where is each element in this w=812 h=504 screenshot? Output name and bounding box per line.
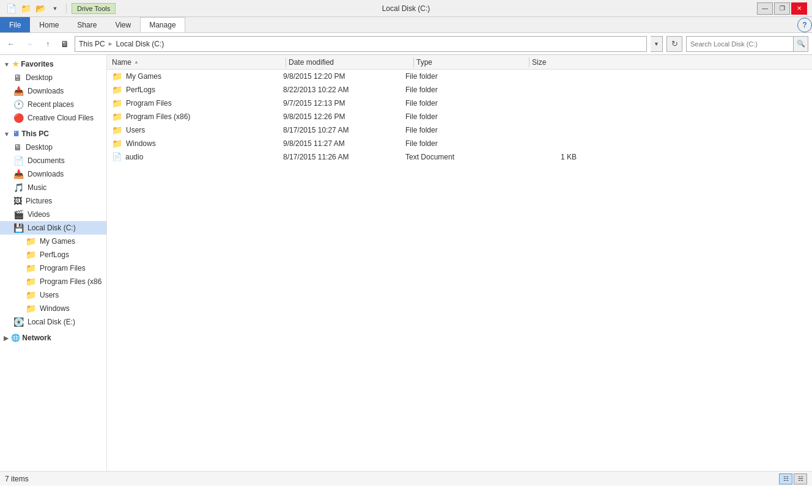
sidebar-item-desktop-pc-label: Desktop <box>26 143 53 152</box>
view-buttons: ☷ ☵ <box>779 473 807 484</box>
tab-share[interactable]: Share <box>68 17 106 32</box>
status-item-count: 7 items <box>5 475 29 483</box>
sidebar-item-creative-cloud[interactable]: 🔴 Creative Cloud Files <box>0 111 106 125</box>
address-dropdown[interactable]: ▼ <box>651 36 663 52</box>
open-folder-icon[interactable]: 📂 <box>34 2 46 15</box>
file-row[interactable]: 📄 audio 8/17/2015 11:26 AM Text Document… <box>107 150 812 164</box>
restore-button[interactable]: ❐ <box>774 2 790 15</box>
sidebar-item-recent-places-label: Recent places <box>28 100 74 109</box>
file-col-name: 📁 PerfLogs <box>112 85 283 95</box>
file-col-name: 📁 Windows <box>112 139 283 148</box>
close-button[interactable]: ✕ <box>791 2 807 15</box>
help-button[interactable]: ? <box>797 18 812 32</box>
file-name-label: audio <box>125 153 143 161</box>
sidebar-item-perflogs-label: PerfLogs <box>40 250 69 259</box>
tab-home[interactable]: Home <box>30 17 68 32</box>
network-icon: 🌐 <box>11 334 20 342</box>
downloads-pc-icon: 📥 <box>13 169 24 179</box>
search-input[interactable] <box>687 40 793 48</box>
search-button[interactable]: 🔍 <box>793 37 808 51</box>
my-games-icon: 📁 <box>26 236 36 246</box>
file-col-date: 9/8/2015 11:27 AM <box>283 139 405 148</box>
sidebar-item-local-disk-c-label: Local Disk (C:) <box>28 224 76 232</box>
favorites-expand: ▼ <box>4 61 10 68</box>
favorites-section: ▼ ★ Favorites 🖥 Desktop 📥 Downloads 🕐 Re… <box>0 57 106 125</box>
favorites-header[interactable]: ▼ ★ Favorites <box>0 57 106 71</box>
status-bar: 7 items ☷ ☵ <box>0 471 812 486</box>
sidebar-item-my-games[interactable]: 📁 My Games <box>0 235 106 248</box>
view-details-button[interactable]: ☷ <box>779 473 792 484</box>
tab-file[interactable]: File <box>0 17 30 32</box>
favorites-label: Favorites <box>21 60 53 68</box>
sidebar-item-downloads-pc[interactable]: 📥 Downloads <box>0 167 106 181</box>
sidebar-item-my-games-label: My Games <box>40 237 75 246</box>
sidebar-item-pictures[interactable]: 🖼 Pictures <box>0 194 106 208</box>
sidebar-item-music[interactable]: 🎵 Music <box>0 181 106 194</box>
tab-manage[interactable]: Manage <box>140 17 185 32</box>
new-folder-icon[interactable]: 📄 <box>5 2 17 15</box>
sidebar-item-desktop-fav[interactable]: 🖥 Desktop <box>0 71 106 84</box>
path-local-disk[interactable]: Local Disk (C:) <box>116 40 164 48</box>
folder-icon-qa[interactable]: 📁 <box>20 2 32 15</box>
creative-cloud-icon: 🔴 <box>13 113 24 123</box>
quick-access-toolbar: 📄 📁 📂 ▼ Drive Tools <box>5 2 116 15</box>
file-row[interactable]: 📁 Users 8/17/2015 10:27 AM File folder <box>107 123 812 137</box>
view-tiles-button[interactable]: ☵ <box>794 473 807 484</box>
sidebar-item-program-files-x86[interactable]: 📁 Program Files (x86 <box>0 275 106 288</box>
address-path[interactable]: This PC ► Local Disk (C:) <box>75 36 647 52</box>
file-col-name: 📁 My Games <box>112 71 283 81</box>
sidebar-item-videos-label: Videos <box>28 210 50 219</box>
path-sep-1: ► <box>108 40 114 47</box>
col-header-size[interactable]: Size <box>532 58 593 67</box>
dropdown-icon[interactable]: ▼ <box>49 2 61 15</box>
sidebar-item-downloads-fav[interactable]: 📥 Downloads <box>0 84 106 98</box>
file-col-type: File folder <box>405 99 515 108</box>
col-header-type[interactable]: Type <box>416 58 526 67</box>
sidebar-item-videos[interactable]: 🎬 Videos <box>0 208 106 221</box>
sidebar-item-desktop-fav-label: Desktop <box>26 73 53 82</box>
address-bar: ← → ↑ 🖥 This PC ► Local Disk (C:) ▼ ↻ 🔍 <box>0 33 812 55</box>
this-pc-header[interactable]: ▼ 🖥 This PC <box>0 127 106 141</box>
file-row[interactable]: 📁 Program Files 9/7/2015 12:13 PM File f… <box>107 97 812 110</box>
this-pc-label: This PC <box>21 130 49 138</box>
drive-tools-button[interactable]: Drive Tools <box>72 3 116 14</box>
path-this-pc[interactable]: This PC <box>79 40 105 48</box>
sidebar-item-documents[interactable]: 📄 Documents <box>0 154 106 167</box>
sidebar-item-local-disk-e[interactable]: 💽 Local Disk (E:) <box>0 315 106 329</box>
main-container: ▼ ★ Favorites 🖥 Desktop 📥 Downloads 🕐 Re… <box>0 55 812 471</box>
sidebar-item-pictures-label: Pictures <box>26 197 52 205</box>
sidebar-item-local-disk-c[interactable]: 💾 Local Disk (C:) <box>0 221 106 235</box>
col-header-date[interactable]: Date modified <box>289 58 411 67</box>
file-row[interactable]: 📁 Program Files (x86) 9/8/2015 12:26 PM … <box>107 110 812 123</box>
tab-view[interactable]: View <box>106 17 140 32</box>
downloads-fav-icon: 📥 <box>13 86 24 96</box>
desktop-fav-icon: 🖥 <box>13 73 22 82</box>
sidebar-item-program-files[interactable]: 📁 Program Files <box>0 261 106 275</box>
up-button[interactable]: ↑ <box>40 37 55 51</box>
forward-button[interactable]: → <box>22 37 37 51</box>
sidebar-item-users[interactable]: 📁 Users <box>0 288 106 302</box>
minimize-button[interactable]: — <box>757 2 773 15</box>
file-name-label: Users <box>126 126 145 134</box>
sidebar-item-windows[interactable]: 📁 Windows <box>0 302 106 315</box>
ribbon-tabs: File Home Share View Manage ? <box>0 17 812 33</box>
favorites-star-icon: ★ <box>12 60 19 68</box>
file-row[interactable]: 📁 Windows 9/8/2015 11:27 AM File folder <box>107 137 812 150</box>
file-col-date: 9/8/2015 12:26 PM <box>283 112 405 121</box>
file-row[interactable]: 📁 PerfLogs 8/22/2013 10:22 AM File folde… <box>107 83 812 97</box>
file-name-label: My Games <box>126 72 161 81</box>
sidebar-item-recent-places[interactable]: 🕐 Recent places <box>0 98 106 111</box>
refresh-button[interactable]: ↻ <box>666 36 682 52</box>
network-section: ▶ 🌐 Network <box>0 331 106 345</box>
file-row[interactable]: 📁 My Games 9/8/2015 12:20 PM File folder <box>107 70 812 83</box>
sidebar-item-perflogs[interactable]: 📁 PerfLogs <box>0 248 106 261</box>
music-icon: 🎵 <box>13 183 24 192</box>
col-header-name[interactable]: Name ▲ <box>112 58 283 67</box>
network-header[interactable]: ▶ 🌐 Network <box>0 331 106 345</box>
this-pc-expand: ▼ <box>4 131 10 137</box>
sidebar-item-desktop-pc[interactable]: 🖥 Desktop <box>0 141 106 154</box>
this-pc-icon: 🖥 <box>12 130 20 138</box>
back-button[interactable]: ← <box>4 37 18 51</box>
sidebar-item-windows-label: Windows <box>40 304 70 313</box>
local-disk-e-icon: 💽 <box>13 317 24 327</box>
